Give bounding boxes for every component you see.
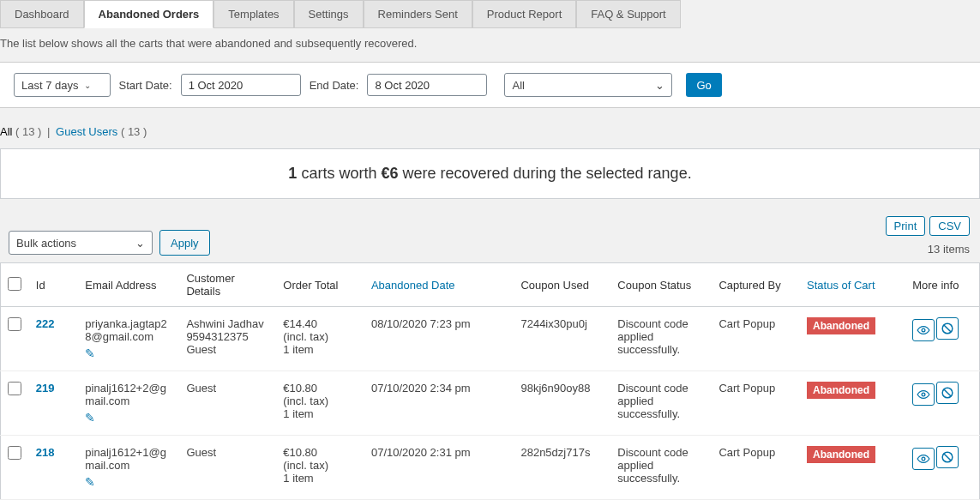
col-coupon[interactable]: Coupon Used: [514, 263, 610, 307]
tab-settings[interactable]: Settings: [294, 0, 364, 28]
view-button[interactable]: [912, 383, 935, 406]
row-checkbox[interactable]: [8, 317, 21, 331]
view-button[interactable]: [912, 448, 935, 470]
email-text: priyanka.jagtap28@gmail.com: [85, 317, 172, 343]
coupon-status: Discount code applied successfully.: [610, 307, 712, 371]
summary-text1: carts worth: [297, 165, 381, 182]
col-total[interactable]: Order Total: [276, 263, 364, 307]
col-customer[interactable]: Customer Details: [179, 263, 276, 307]
col-status[interactable]: Status of Cart: [800, 263, 905, 307]
subheader-text: The list below shows all the carts that …: [0, 28, 980, 62]
coupon-code: 7244ix30pu0j: [514, 307, 610, 371]
captured-by: Cart Popup: [712, 307, 800, 371]
abandoned-date: 07/10/2020 2:31 pm: [364, 436, 514, 500]
summary-count: 1: [288, 165, 297, 182]
end-date-label: End Date:: [310, 79, 359, 92]
summary-amount: €6: [381, 165, 398, 182]
svg-point-6: [922, 457, 925, 461]
row-checkbox[interactable]: [8, 446, 21, 460]
date-range-value: Last 7 days: [21, 79, 79, 92]
order-total: €10.80(incl. tax)1 item: [276, 371, 364, 436]
coupon-code: 282n5dzj717s: [514, 436, 610, 500]
status-filter-value: All: [512, 79, 524, 92]
summary-text2: were recovered during the selected range…: [398, 165, 691, 182]
col-email[interactable]: Email Address: [78, 263, 179, 307]
separator: |: [47, 125, 50, 138]
abandoned-date: 08/10/2020 7:23 pm: [364, 307, 514, 371]
print-button[interactable]: Print: [886, 216, 926, 236]
bulk-actions-select[interactable]: Bulk actions ⌄: [9, 231, 153, 255]
apply-button[interactable]: Apply: [159, 230, 210, 256]
tab-dashboard[interactable]: Dashboard: [0, 0, 84, 28]
tab-product-report[interactable]: Product Report: [472, 0, 576, 28]
table-row: 222priyanka.jagtap28@gmail.com ✎Ashwini …: [1, 307, 980, 371]
order-id-link[interactable]: 218: [36, 446, 55, 459]
order-id-link[interactable]: 222: [36, 317, 55, 330]
captured-by: Cart Popup: [712, 371, 800, 436]
select-all-checkbox[interactable]: [8, 277, 21, 291]
coupon-code: 98kj6n90oy88: [514, 371, 610, 436]
filter-guest-link[interactable]: Guest Users: [56, 125, 117, 138]
item-count: 13 items: [886, 243, 970, 256]
chevron-down-icon: ⌄: [84, 81, 91, 90]
orders-table: Id Email Address Customer Details Order …: [0, 262, 980, 500]
order-total: €14.40(incl. tax)1 item: [276, 307, 364, 371]
captured-by: Cart Popup: [712, 436, 800, 500]
table-row: 218pinalj1612+1@gmail.com ✎Guest€10.80(i…: [1, 436, 980, 500]
date-range-select[interactable]: Last 7 days ⌄: [14, 73, 111, 97]
col-date[interactable]: Abandoned Date: [364, 263, 514, 307]
order-id-link[interactable]: 219: [36, 382, 55, 395]
table-row: 219pinalj1612+2@gmail.com ✎Guest€10.80(i…: [1, 371, 980, 436]
edit-icon[interactable]: ✎: [85, 475, 95, 489]
status-badge: Abandoned: [807, 382, 875, 399]
tab-templates[interactable]: Templates: [213, 0, 293, 28]
svg-line-5: [944, 389, 951, 396]
filter-guest-count: ( 13 ): [121, 125, 147, 138]
view-button[interactable]: [912, 319, 935, 341]
block-button[interactable]: [936, 317, 959, 340]
edit-icon[interactable]: ✎: [85, 346, 95, 360]
recovery-summary: 1 carts worth €6 were recovered during t…: [0, 148, 980, 199]
col-captured-by[interactable]: Captured By: [712, 263, 800, 307]
status-filter-select[interactable]: All ⌄: [504, 73, 672, 97]
svg-point-0: [922, 328, 925, 332]
chevron-down-icon: ⌄: [655, 79, 664, 92]
block-button[interactable]: [936, 382, 959, 404]
tab-abandoned-orders[interactable]: Abandoned Orders: [84, 0, 214, 28]
coupon-status: Discount code applied successfully.: [610, 436, 712, 500]
coupon-status: Discount code applied successfully.: [610, 371, 712, 436]
end-date-input[interactable]: [367, 74, 487, 96]
tab-reminders-sent[interactable]: Reminders Sent: [364, 0, 472, 28]
edit-icon[interactable]: ✎: [85, 411, 95, 425]
col-more-info: More info: [905, 263, 979, 307]
block-button[interactable]: [936, 446, 959, 468]
svg-line-8: [944, 454, 951, 461]
abandoned-date: 07/10/2020 2:34 pm: [364, 371, 514, 436]
filter-all-count: ( 13 ): [15, 125, 41, 138]
status-badge: Abandoned: [807, 446, 875, 463]
tab-faq-support[interactable]: FAQ & Support: [576, 0, 680, 28]
email-text: pinalj1612+2@gmail.com: [85, 382, 172, 407]
start-date-label: Start Date:: [119, 79, 172, 92]
status-badge: Abandoned: [807, 317, 875, 334]
order-total: €10.80(incl. tax)1 item: [276, 436, 364, 500]
col-coupon-status[interactable]: Coupon Status: [610, 263, 712, 307]
table-header-row: Id Email Address Customer Details Order …: [1, 263, 980, 307]
tabs: DashboardAbandoned OrdersTemplatesSettin…: [0, 0, 980, 28]
filter-all-label[interactable]: All: [0, 125, 12, 138]
table-toolbar: Bulk actions ⌄ Apply Print CSV 13 items: [0, 199, 980, 262]
svg-line-2: [944, 325, 951, 332]
customer-details: Guest: [179, 371, 276, 436]
email-text: pinalj1612+1@gmail.com: [85, 446, 172, 472]
col-id[interactable]: Id: [29, 263, 78, 307]
start-date-input[interactable]: [181, 74, 301, 96]
customer-details: Guest: [179, 436, 276, 500]
csv-button[interactable]: CSV: [929, 216, 970, 236]
filter-links: All ( 13 ) | Guest Users ( 13 ): [0, 108, 980, 148]
customer-details: Ashwini Jadhav9594312375Guest: [179, 307, 276, 371]
go-button[interactable]: Go: [686, 73, 721, 97]
svg-point-3: [922, 393, 925, 396]
row-checkbox[interactable]: [8, 382, 21, 395]
bulk-actions-value: Bulk actions: [16, 237, 76, 250]
filter-bar: Last 7 days ⌄ Start Date: End Date: All …: [0, 62, 980, 108]
